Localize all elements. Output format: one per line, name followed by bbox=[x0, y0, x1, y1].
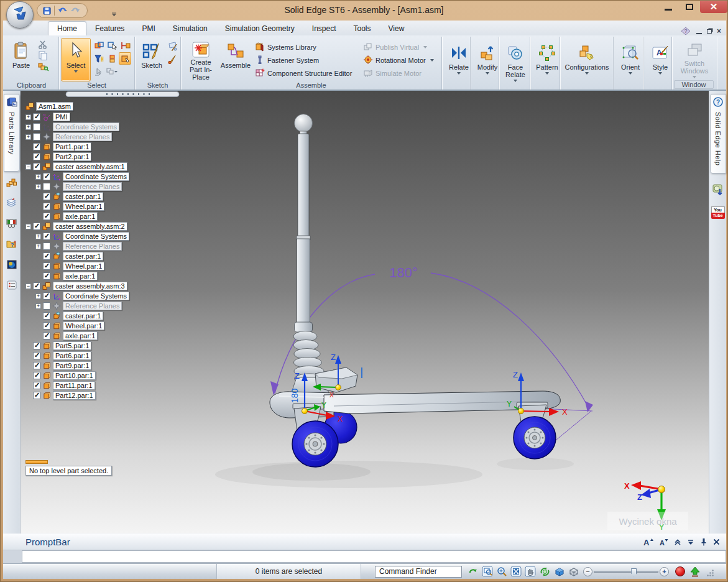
tree-item-label[interactable]: Reference Planes bbox=[53, 132, 112, 141]
zoom-out-button[interactable]: − bbox=[583, 567, 592, 576]
tree-root[interactable]: Asm1.asm bbox=[25, 101, 187, 111]
tree-item-label[interactable]: PMI bbox=[53, 113, 70, 121]
tree-item-label[interactable]: caster.par:1 bbox=[63, 252, 103, 261]
switch-windows-button[interactable]: Switch Windows bbox=[674, 38, 715, 79]
visibility-checkbox[interactable] bbox=[33, 382, 40, 389]
command-finder-input[interactable]: Command Finder bbox=[375, 566, 462, 578]
assemble-button[interactable]: Assemble bbox=[219, 38, 252, 81]
fastener-system-button[interactable]: Fastener System bbox=[255, 53, 359, 67]
expand-toggle[interactable]: + bbox=[35, 234, 41, 239]
visibility-checkbox[interactable] bbox=[33, 352, 40, 359]
panel-grip[interactable] bbox=[66, 92, 179, 97]
tree-item-label[interactable]: Part5.par:1 bbox=[53, 341, 91, 350]
prompt-input[interactable] bbox=[22, 550, 726, 563]
copy-with-key-icon[interactable] bbox=[37, 62, 48, 72]
options-icon[interactable] bbox=[106, 65, 118, 78]
tree-item-label[interactable]: Part11.par:1 bbox=[53, 381, 95, 390]
zoom-in-button[interactable]: + bbox=[660, 567, 669, 576]
maximize-button[interactable] bbox=[679, 1, 700, 13]
clamp-icon[interactable] bbox=[119, 39, 131, 52]
tree-item-label[interactable]: Reference Planes bbox=[63, 182, 122, 191]
angle-value-label[interactable]: 180° bbox=[389, 265, 418, 280]
tree-item-label[interactable]: Part6.par:1 bbox=[53, 351, 91, 360]
confirm-arrow-icon[interactable] bbox=[690, 566, 700, 577]
zoom-slider-thumb[interactable] bbox=[631, 568, 637, 576]
minimize-button[interactable] bbox=[658, 1, 679, 13]
zoom-slider-track[interactable] bbox=[594, 571, 658, 573]
inline-dimension-value[interactable]: 180 bbox=[290, 388, 300, 403]
zoom-button[interactable] bbox=[495, 565, 508, 578]
expand-toggle[interactable]: + bbox=[35, 293, 41, 299]
visibility-checkbox[interactable] bbox=[33, 372, 40, 379]
tree-item-label[interactable]: Coordinate Systems bbox=[63, 172, 129, 181]
preview-icon[interactable] bbox=[7, 260, 17, 272]
tab-simulation[interactable]: Simulation bbox=[164, 22, 216, 35]
visibility-checkbox[interactable] bbox=[43, 252, 50, 260]
select-visible-icon[interactable] bbox=[106, 39, 118, 52]
shaded-views-button[interactable] bbox=[553, 565, 565, 578]
orient-button[interactable]: Orient bbox=[615, 38, 645, 89]
component-icon[interactable] bbox=[106, 52, 118, 65]
notes-icon[interactable] bbox=[7, 280, 17, 292]
visibility-checkbox[interactable] bbox=[43, 183, 50, 190]
tree-item-label[interactable]: axle.par:1 bbox=[63, 212, 98, 221]
expand-toggle[interactable]: + bbox=[35, 184, 41, 190]
visibility-checkbox[interactable] bbox=[43, 302, 50, 310]
promptbar-expand-down-button[interactable] bbox=[687, 538, 694, 546]
box-select-icon[interactable] bbox=[93, 39, 105, 52]
tree-item-label[interactable]: Wheel.par:1 bbox=[63, 321, 104, 330]
visibility-checkbox[interactable] bbox=[33, 123, 40, 131]
expand-toggle[interactable]: + bbox=[25, 134, 31, 140]
zoom-area-button[interactable] bbox=[481, 565, 494, 578]
pattern-button[interactable]: Pattern bbox=[532, 38, 562, 89]
medal-icon[interactable] bbox=[6, 219, 17, 231]
visibility-checkbox[interactable] bbox=[33, 133, 40, 141]
youtube-icon[interactable]: You Tube bbox=[711, 206, 725, 219]
tab-simulation-geometry[interactable]: Simulation Geometry bbox=[216, 22, 303, 35]
relate-button[interactable]: Relate bbox=[444, 38, 474, 89]
tree-item-label[interactable]: Coordinate Systems bbox=[53, 122, 119, 131]
refresh-button[interactable] bbox=[467, 565, 479, 578]
tab-inspect[interactable]: Inspect bbox=[303, 22, 345, 35]
visibility-checkbox[interactable] bbox=[43, 213, 50, 220]
promptbar-close-button[interactable] bbox=[713, 538, 720, 545]
visibility-checkbox[interactable] bbox=[43, 193, 50, 200]
visibility-checkbox[interactable] bbox=[33, 113, 40, 121]
blocks-icon[interactable] bbox=[6, 178, 17, 190]
visibility-checkbox[interactable] bbox=[43, 242, 50, 250]
fit-button[interactable] bbox=[510, 565, 522, 578]
visibility-checkbox[interactable] bbox=[33, 362, 40, 369]
help-tab[interactable]: ? Solid Edge Help bbox=[710, 94, 726, 173]
tab-home[interactable]: Home bbox=[48, 21, 86, 35]
tab-features[interactable]: Features bbox=[86, 22, 133, 35]
handle-ball[interactable] bbox=[295, 114, 313, 132]
tree-root-label[interactable]: Asm1.asm bbox=[36, 102, 73, 111]
style-button[interactable]: A Style bbox=[645, 38, 675, 89]
expand-toggle[interactable]: − bbox=[25, 284, 31, 289]
expand-toggle[interactable]: + bbox=[25, 124, 31, 130]
tree-item-label[interactable]: Part2.par:1 bbox=[53, 152, 91, 161]
record-button[interactable] bbox=[675, 566, 685, 576]
visibility-checkbox[interactable] bbox=[33, 392, 40, 399]
sketch-plane-icon[interactable] bbox=[167, 42, 178, 51]
promptbar-pin-button[interactable] bbox=[700, 538, 707, 546]
tree-item-label[interactable]: caster assembly.asm:2 bbox=[53, 222, 127, 231]
tree-item-label[interactable]: axle.par:1 bbox=[63, 272, 98, 280]
visibility-checkbox[interactable] bbox=[43, 233, 50, 240]
modify-button[interactable]: Modify bbox=[472, 38, 502, 89]
tree-item-label[interactable]: Part9.par:1 bbox=[53, 361, 91, 370]
tree-item-label[interactable]: Coordinate Systems bbox=[63, 232, 129, 241]
doc-minimize-button[interactable] bbox=[696, 29, 702, 34]
visibility-checkbox[interactable] bbox=[43, 312, 50, 320]
paste-button[interactable]: Paste bbox=[6, 38, 36, 81]
expand-toggle[interactable]: + bbox=[35, 303, 41, 309]
visibility-checkbox[interactable] bbox=[43, 203, 50, 210]
visibility-checkbox[interactable] bbox=[43, 262, 50, 270]
doc-close-button[interactable]: × bbox=[717, 27, 721, 35]
publish-virtual-button[interactable]: Publish Virtual bbox=[363, 40, 438, 53]
expand-toggle[interactable]: + bbox=[35, 244, 41, 249]
copy-icon[interactable] bbox=[37, 51, 48, 60]
layers-icon[interactable] bbox=[6, 198, 17, 210]
resize-grip[interactable] bbox=[706, 569, 714, 579]
visibility-checkbox[interactable] bbox=[33, 143, 40, 150]
